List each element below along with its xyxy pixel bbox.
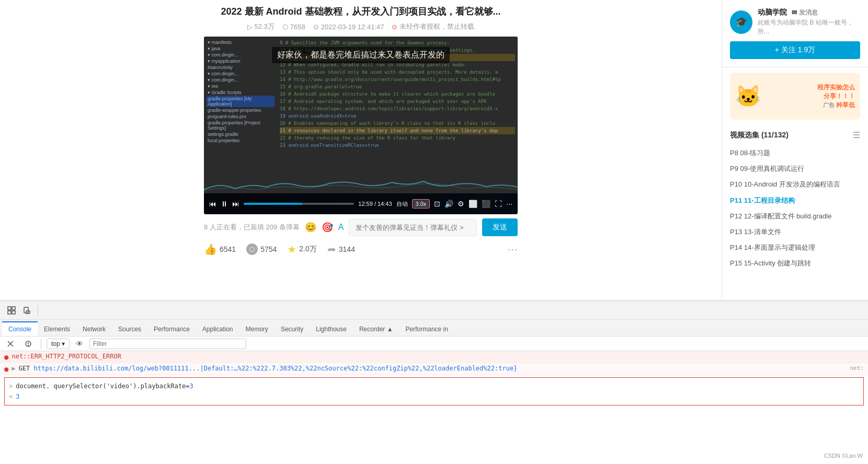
send-msg-link[interactable]: 发消息	[799, 9, 818, 16]
tab-application[interactable]: Application	[196, 321, 239, 336]
ad-banner[interactable]: 🐱 程序实验怎么 分享！！！ 广告 种草低	[730, 73, 860, 120]
tree-item: ▾ com.dingin...	[207, 52, 275, 58]
expand-arrow[interactable]: ▶	[12, 365, 15, 372]
tab-performance[interactable]: Performance	[147, 321, 196, 336]
playlist-item-p12[interactable]: P12 12-编译配置文件 build.gradle	[730, 208, 860, 224]
code-line: 19 android.useAndroidX=true	[280, 112, 515, 120]
video-page: 2022 最新 Android 基础教程，从开发入门到项目实战，看它就够... …	[0, 0, 868, 300]
main-content: 2022 最新 Android 基础教程，从开发入门到项目实战，看它就够... …	[0, 0, 868, 300]
playlist-item-p8[interactable]: P8 08-练习题	[730, 145, 860, 161]
tree-item: ▾ myapplication	[207, 58, 275, 64]
svg-rect-3	[12, 311, 15, 314]
tab-security[interactable]: Security	[275, 321, 310, 336]
fullscreen-mini-btn[interactable]: ⊡	[434, 200, 440, 208]
video-player[interactable]: ▾ manifests ▾ java ▾ com.dingin... ▾ mya…	[204, 37, 518, 214]
tab-memory[interactable]: Memory	[239, 321, 275, 336]
error-source: net:	[850, 365, 864, 372]
code-line: 21 # resources declared in the library i…	[280, 127, 515, 134]
code-line: 14 # http://www.gradle.org/docs/current/…	[280, 76, 515, 83]
playlist-item-p11[interactable]: P11 11-工程目录结构	[730, 193, 860, 208]
more-btn[interactable]: ···	[506, 200, 512, 208]
svg-rect-0	[8, 307, 11, 310]
settings-btn[interactable]: ⚙	[458, 200, 464, 208]
tab-console[interactable]: Console	[2, 321, 38, 336]
speed-btn[interactable]: 3.0x	[412, 199, 430, 208]
console-error-line: ● net::ERR_HTTP2_PROTOCOL_ERROR	[0, 351, 868, 363]
danmaku-input[interactable]	[349, 219, 477, 236]
more-actions-btn[interactable]: ⋯	[507, 243, 518, 256]
danmaku-emoji-btn[interactable]: 😊	[305, 222, 316, 233]
device-toolbar-btn[interactable]	[20, 303, 35, 318]
clear-console-btn[interactable]	[3, 337, 18, 351]
fullscreen-btn[interactable]: ⛶	[495, 200, 502, 208]
playback-rate-value: 3	[190, 382, 193, 390]
share-btn[interactable]: ➦ 3144	[327, 243, 355, 256]
code-output-value: 3	[16, 393, 19, 400]
code-line: 20 # Enables namespacing of each library…	[280, 120, 515, 127]
tree-item: ▾ manifests	[207, 39, 275, 45]
author-desc: 此账号为动脑学院 B 站唯一账号，所...	[758, 18, 860, 36]
code-line: 18 # https://developer.android.com/topic…	[280, 105, 515, 112]
error-icon-2: ●	[4, 365, 8, 373]
playlist-title: 视频选集 (11/132)	[730, 131, 789, 140]
code-line: 13 # This option should only be used wit…	[280, 68, 515, 76]
inspect-element-btn[interactable]	[4, 303, 19, 318]
tab-network[interactable]: Network	[76, 321, 112, 336]
skip-back-btn[interactable]: ⏮	[209, 200, 216, 208]
error-url-link[interactable]: https://data.bilibili.com/log/web?001111…	[34, 365, 518, 372]
top-context-selector[interactable]: top ▾	[47, 339, 70, 349]
progress-bar[interactable]	[244, 203, 354, 205]
input-arrow: >	[9, 382, 13, 390]
author-info: 🎓 动脑学院 ✉ 发消息 此账号为动脑学院 B 站唯一账号，所...	[730, 8, 860, 36]
playlist-item-p15[interactable]: P15 15-Activity 创建与跳转	[730, 256, 860, 271]
playlist-list-icon[interactable]: ☰	[853, 130, 860, 140]
devtools-toolbar	[0, 301, 868, 320]
console-filter-input[interactable]	[89, 339, 246, 349]
playlist-item-p13[interactable]: P13 13-清单文件	[730, 224, 860, 240]
error-icon: ●	[4, 353, 8, 361]
tree-item: gradle-wrapper.properties	[207, 107, 275, 113]
pause-on-exception-btn[interactable]	[21, 337, 36, 351]
tab-recorder[interactable]: Recorder ▲	[353, 321, 399, 336]
tree-item: gradle.properties [Project Settings]	[207, 120, 275, 131]
playlist-item-p10[interactable]: P10 10-Android 开发涉及的编程语言	[730, 177, 860, 192]
code-input-text: document. querySelector('video').playbac…	[16, 382, 193, 390]
follow-btn[interactable]: + 关注 1.9万	[730, 41, 860, 59]
console-filter-bar: top ▾ 👁	[0, 337, 868, 351]
playlist-item-p14[interactable]: P14 14-界面显示与逻辑处理	[730, 240, 860, 256]
send-danmaku-btn[interactable]: 发送	[482, 218, 518, 236]
svg-point-10	[28, 345, 29, 346]
tab-elements[interactable]: Elements	[38, 321, 76, 336]
like-icon: 👍	[204, 243, 217, 256]
volume-btn[interactable]: 🔊	[444, 200, 453, 208]
play-icon: ▷	[247, 23, 253, 31]
like-btn[interactable]: 👍 6541	[204, 243, 236, 256]
error-detail-text: GET https://data.bilibili.com/log/web?00…	[19, 365, 847, 372]
code-line: 16 # AndroidX package structure to make …	[280, 90, 515, 98]
coin-btn[interactable]: ⬡ 5754	[246, 243, 277, 255]
playlist-item-p9[interactable]: P9 09-使用真机调试运行	[730, 161, 860, 177]
right-sidebar: 🎓 动脑学院 ✉ 发消息 此账号为动脑学院 B 站唯一账号，所... + 关注 …	[722, 0, 868, 300]
skip-forward-btn[interactable]: ⏭	[232, 200, 239, 208]
coin-icon: ⬡	[282, 23, 288, 31]
console-output: ● net::ERR_HTTP2_PROTOCOL_ERROR ● ▶ GET …	[0, 351, 868, 464]
tab-performance-insights[interactable]: Performance in	[399, 321, 454, 336]
auto-label[interactable]: 自动	[396, 200, 408, 208]
danmaku-settings-btn[interactable]: 🎯	[322, 222, 333, 233]
tab-sources[interactable]: Sources	[112, 321, 147, 336]
web-fullscreen-btn[interactable]: ⬛	[482, 200, 490, 208]
tab-lighthouse[interactable]: Lighthouse	[310, 321, 353, 336]
toolbar-separator	[38, 305, 38, 316]
mail-icon: ✉	[792, 9, 797, 16]
chevron-down-icon: ▾	[62, 340, 65, 347]
code-line: 15 # org.gradle.parallel=true	[280, 83, 515, 90]
tree-item: ▾ res	[207, 83, 275, 89]
code-line: 23 android.nonTransitiveRClass=true	[280, 142, 515, 149]
pause-btn[interactable]: ⏸	[221, 200, 228, 208]
favorite-btn[interactable]: ★ 2.0万	[287, 243, 316, 256]
theater-btn[interactable]: ⬜	[469, 200, 477, 208]
author-avatar: 🎓	[730, 10, 752, 34]
star-icon: ★	[287, 243, 296, 256]
show-network-btn[interactable]: 👁	[73, 339, 86, 349]
svg-rect-1	[8, 311, 11, 314]
